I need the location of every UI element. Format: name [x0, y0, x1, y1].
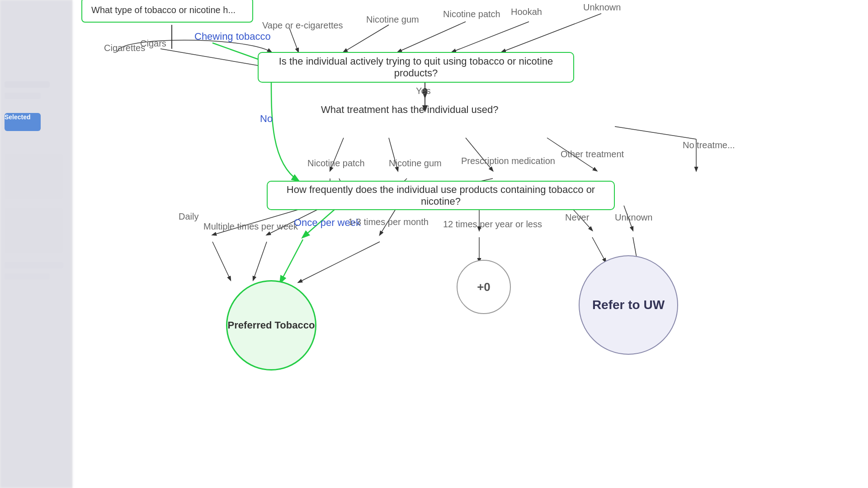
- label-nicotine-gum-mid: Nicotine gum: [389, 158, 442, 169]
- label-multiple-week: Multiple times per week: [203, 221, 298, 232]
- label-unknown-top: Unknown: [583, 2, 621, 13]
- label-cigarettes: Cigarettes: [104, 43, 145, 53]
- label-12-year: 12 times per year or less: [443, 219, 542, 230]
- zero-circle: +0: [457, 260, 511, 314]
- refer-uw-text: Refer to UW: [592, 298, 665, 312]
- sidebar-button-label: Selected: [5, 113, 31, 121]
- preferred-tobacco-circle: Preferred Tobacco: [226, 280, 316, 371]
- label-daily: Daily: [179, 211, 198, 222]
- label-nicotine-patch-mid: Nicotine patch: [307, 158, 365, 169]
- label-other-treatment: Other treatment: [561, 149, 624, 160]
- frequency-question-box: How frequently does the individual use p…: [267, 181, 615, 210]
- label-chewing-tobacco: Chewing tobacco: [194, 31, 271, 42]
- top-box-text: What type of tobacco or nicotine h...: [91, 5, 236, 15]
- zero-text: +0: [477, 280, 491, 294]
- flowchart-area: What type of tobacco or nicotine h... Ci…: [72, 0, 868, 488]
- sidebar-blur: [0, 0, 72, 488]
- label-unknown-bottom: Unknown: [615, 212, 652, 223]
- sidebar-selected-button[interactable]: Selected: [5, 113, 41, 131]
- preferred-tobacco-text: Preferred Tobacco: [228, 319, 315, 331]
- frequency-question-text: How frequently does the individual use p…: [278, 184, 603, 207]
- label-vape: Vape or e-cigarettes: [262, 20, 343, 31]
- label-nicotine-gum-top: Nicotine gum: [366, 14, 419, 25]
- label-no: No: [260, 113, 273, 125]
- treatment-question-text: What treatment has the individual used?: [321, 104, 499, 116]
- refer-uw-circle: Refer to UW: [579, 255, 678, 355]
- label-no-treatment: No treatme...: [683, 140, 735, 150]
- label-cigars: Cigars: [140, 38, 166, 49]
- label-hookah: Hookah: [511, 7, 542, 17]
- label-1-3-month: 1-3 times per month: [348, 217, 429, 227]
- quit-question-text: Is the individual actively trying to qui…: [269, 56, 562, 79]
- label-yes: Yes: [416, 86, 431, 96]
- label-nicotine-patch-top: Nicotine patch: [443, 9, 500, 19]
- label-never: Never: [565, 212, 589, 223]
- top-question-box: What type of tobacco or nicotine h...: [81, 0, 253, 23]
- quit-question-box: Is the individual actively trying to qui…: [258, 52, 574, 83]
- label-prescription: Prescription medication: [461, 156, 555, 166]
